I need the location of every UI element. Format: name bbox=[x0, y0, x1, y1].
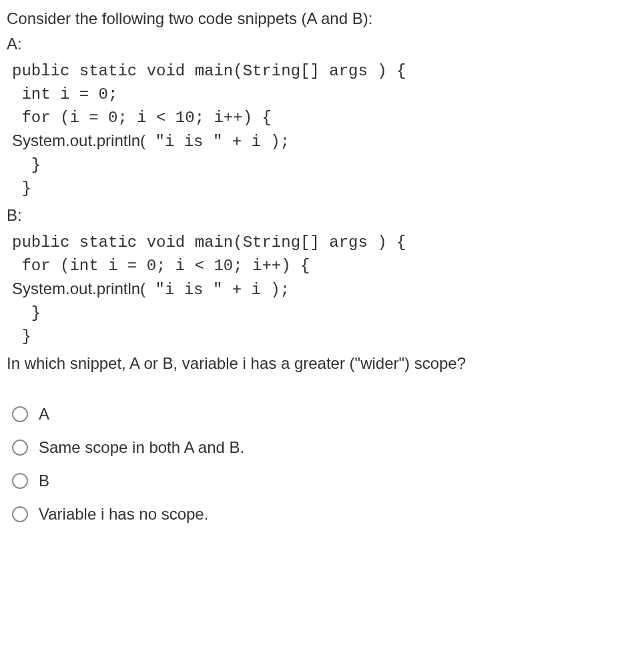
code-b-line1: public static void main(String[] args ) … bbox=[12, 231, 637, 255]
code-a-line1: public static void main(String[] args ) … bbox=[12, 60, 637, 83]
code-a-line3: for (i = 0; i < 10; i++) { bbox=[12, 107, 637, 130]
option-a[interactable]: A bbox=[12, 402, 637, 426]
code-b-line4: } bbox=[12, 302, 637, 325]
label-b: B: bbox=[7, 203, 637, 227]
code-snippet-a: public static void main(String[] args ) … bbox=[12, 60, 637, 201]
option-a-label: A bbox=[39, 402, 49, 426]
code-b-line3-sans: System.out.println( bbox=[12, 279, 145, 297]
code-a-line5: } bbox=[12, 154, 637, 177]
option-same-label: Same scope in both A and B. bbox=[39, 436, 244, 460]
code-a-line6: } bbox=[12, 177, 637, 201]
option-noscope[interactable]: Variable i has no scope. bbox=[12, 502, 637, 526]
code-a-line2: int i = 0; bbox=[12, 83, 637, 107]
option-noscope-label: Variable i has no scope. bbox=[39, 502, 208, 526]
option-b-label: B bbox=[39, 469, 49, 493]
intro-text: Consider the following two code snippets… bbox=[7, 7, 637, 31]
code-a-line4: System.out.println( "i is " + i ); bbox=[12, 129, 637, 154]
radio-icon[interactable] bbox=[12, 440, 28, 456]
option-same[interactable]: Same scope in both A and B. bbox=[12, 436, 637, 460]
radio-icon[interactable] bbox=[12, 473, 28, 489]
radio-icon[interactable] bbox=[12, 506, 28, 522]
radio-icon[interactable] bbox=[12, 406, 28, 422]
options-group: A Same scope in both A and B. B Variable… bbox=[7, 402, 637, 526]
code-a-line4-sans: System.out.println( bbox=[12, 131, 145, 149]
label-a: A: bbox=[7, 32, 637, 56]
code-a-line4-mono: "i is " + i ); bbox=[145, 133, 290, 151]
code-b-line2: for (int i = 0; i < 10; i++) { bbox=[12, 255, 637, 278]
option-b[interactable]: B bbox=[12, 469, 637, 493]
question-text: In which snippet, A or B, variable i has… bbox=[7, 352, 637, 376]
code-b-line3-mono: "i is " + i ); bbox=[145, 281, 290, 299]
code-snippet-b: public static void main(String[] args ) … bbox=[12, 231, 637, 349]
code-b-line3: System.out.println( "i is " + i ); bbox=[12, 277, 637, 302]
code-b-line5: } bbox=[12, 325, 637, 349]
